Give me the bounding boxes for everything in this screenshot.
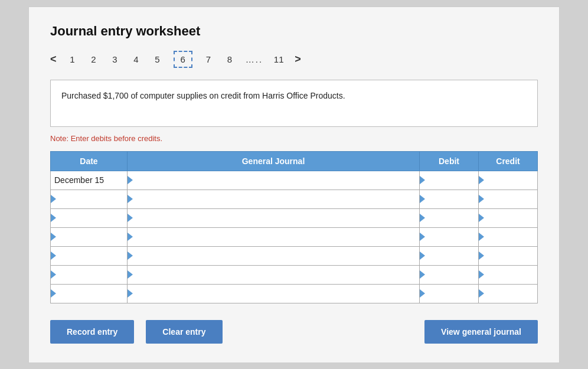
journal-table: Date General Journal Debit Credit Decemb…	[50, 151, 538, 303]
debit-input-3[interactable]	[420, 209, 478, 227]
date-cell-1: December 15	[51, 171, 128, 190]
debit-cell-7[interactable]	[420, 284, 479, 303]
arrow-icon-credit-1	[479, 176, 484, 184]
date-cell-7[interactable]	[51, 284, 128, 303]
page-1[interactable]: 1	[67, 54, 78, 64]
date-cell-4[interactable]	[51, 227, 128, 246]
debit-input-6[interactable]	[420, 266, 478, 284]
page-5[interactable]: 5	[152, 54, 163, 64]
debit-cell-4[interactable]	[420, 227, 479, 246]
debit-cell-1[interactable]	[420, 171, 479, 190]
journal-input-4[interactable]	[128, 228, 419, 246]
credit-input-6[interactable]	[479, 266, 537, 284]
journal-cell-5[interactable]	[128, 246, 420, 265]
journal-input-6[interactable]	[128, 266, 419, 284]
credit-input-5[interactable]	[479, 247, 537, 265]
date-cell-3[interactable]	[51, 208, 128, 227]
arrow-icon-2	[128, 195, 133, 203]
arrow-icon-debit-4	[420, 233, 425, 241]
table-row	[51, 265, 538, 284]
credit-cell-6[interactable]	[479, 265, 538, 284]
debit-input-2[interactable]	[420, 190, 478, 208]
card: Journal entry worksheet < 1 2 3 4 5 6 7 …	[28, 6, 560, 363]
arrow-icon-3	[128, 214, 133, 222]
arrow-icon-date-3	[51, 214, 56, 222]
arrow-icon-credit-3	[479, 214, 484, 222]
view-general-journal-button[interactable]: View general journal	[424, 320, 538, 344]
arrow-icon-date-2	[51, 195, 56, 203]
debit-input-1[interactable]	[420, 171, 478, 190]
arrow-icon-debit-1	[420, 176, 425, 184]
journal-cell-3[interactable]	[128, 208, 420, 227]
page-4[interactable]: 4	[131, 54, 142, 64]
debit-cell-3[interactable]	[420, 208, 479, 227]
credit-input-2[interactable]	[479, 190, 537, 208]
arrow-icon-6	[128, 270, 133, 279]
page-title: Journal entry worksheet	[50, 24, 538, 39]
arrow-icon-date-4	[51, 233, 56, 241]
date-cell-2[interactable]	[51, 190, 128, 208]
journal-input-7[interactable]	[128, 285, 419, 303]
debit-cell-5[interactable]	[420, 246, 479, 265]
credit-cell-1[interactable]	[479, 171, 538, 190]
note-text: Note: Enter debits before credits.	[50, 134, 538, 143]
clear-entry-button[interactable]: Clear entry	[146, 320, 222, 344]
date-input-4[interactable]	[54, 228, 127, 246]
arrow-icon-debit-6	[420, 270, 425, 279]
date-input-5[interactable]	[54, 247, 127, 265]
page-11[interactable]: 11	[273, 54, 284, 64]
arrow-icon-credit-2	[479, 195, 484, 203]
journal-cell-7[interactable]	[128, 284, 420, 303]
buttons-row: Record entry Clear entry View general jo…	[50, 320, 538, 344]
debit-cell-6[interactable]	[420, 265, 479, 284]
page-6[interactable]: 6	[174, 51, 192, 68]
header-date: Date	[51, 151, 128, 171]
page-7[interactable]: 7	[203, 54, 214, 64]
arrow-icon-7	[128, 289, 133, 298]
record-entry-button[interactable]: Record entry	[50, 320, 134, 344]
credit-input-1[interactable]	[479, 171, 537, 190]
journal-input-3[interactable]	[128, 209, 419, 227]
arrow-icon-credit-6	[479, 270, 484, 279]
credit-cell-2[interactable]	[479, 190, 538, 208]
journal-cell-4[interactable]	[128, 227, 420, 246]
header-general-journal: General Journal	[128, 151, 420, 171]
credit-cell-3[interactable]	[479, 208, 538, 227]
table-row	[51, 208, 538, 227]
journal-cell-1[interactable]	[128, 171, 420, 190]
debit-input-4[interactable]	[420, 228, 478, 246]
credit-input-7[interactable]	[479, 285, 537, 303]
date-cell-6[interactable]	[51, 265, 128, 284]
date-input-7[interactable]	[54, 285, 127, 303]
date-input-2[interactable]	[54, 190, 127, 208]
credit-cell-4[interactable]	[479, 227, 538, 246]
description-box: Purchased $1,700 of computer supplies on…	[50, 80, 538, 127]
page-dots: …..	[246, 54, 263, 64]
journal-input-1[interactable]	[128, 171, 419, 190]
prev-arrow[interactable]: <	[50, 53, 57, 66]
credit-input-3[interactable]	[479, 209, 537, 227]
description-text: Purchased $1,700 of computer supplies on…	[61, 91, 345, 100]
journal-cell-2[interactable]	[128, 190, 420, 208]
date-cell-5[interactable]	[51, 246, 128, 265]
next-arrow[interactable]: >	[295, 53, 301, 66]
journal-input-5[interactable]	[128, 247, 419, 265]
credit-cell-7[interactable]	[479, 284, 538, 303]
journal-cell-6[interactable]	[128, 265, 420, 284]
debit-input-5[interactable]	[420, 247, 478, 265]
table-row	[51, 227, 538, 246]
journal-input-2[interactable]	[128, 190, 419, 208]
date-input-3[interactable]	[54, 209, 127, 227]
date-input-6[interactable]	[54, 266, 127, 284]
arrow-icon-date-6	[51, 270, 56, 279]
page-3[interactable]: 3	[110, 54, 120, 64]
table-row	[51, 246, 538, 265]
page-2[interactable]: 2	[89, 54, 99, 64]
table-row	[51, 190, 538, 208]
debit-input-7[interactable]	[420, 285, 478, 303]
page-8[interactable]: 8	[224, 54, 235, 64]
credit-cell-5[interactable]	[479, 246, 538, 265]
credit-input-4[interactable]	[479, 228, 537, 246]
arrow-icon-debit-2	[420, 195, 425, 203]
debit-cell-2[interactable]	[420, 190, 479, 208]
